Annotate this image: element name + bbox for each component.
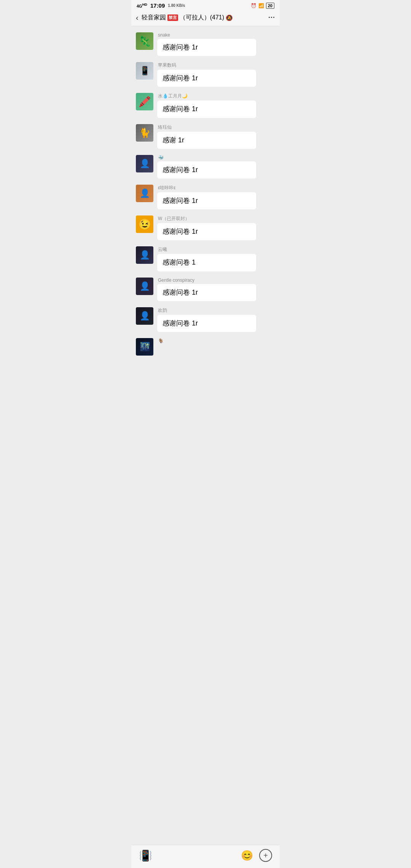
message-content: Gentle conspiracy感谢问卷 1r — [157, 278, 275, 301]
message-sender: 🐳 — [158, 155, 275, 160]
message-content: 络珏仙感谢 1r — [157, 124, 275, 149]
wifi-icon: 📶 — [258, 3, 264, 8]
message-content: snake感谢问卷 1r — [157, 32, 275, 56]
message-row: 👤Gentle conspiracy感谢问卷 1r — [131, 274, 280, 304]
avatar: 🐈 — [136, 124, 153, 142]
avatar: 👤 — [136, 278, 153, 295]
avatar: 😉 — [136, 215, 153, 233]
title-sub: （可拉人）(471) — [180, 14, 224, 22]
message-bubble[interactable]: 感谢问卷 1r — [157, 315, 256, 332]
avatar: 👤 — [136, 155, 153, 172]
message-row: 🐈络珏仙感谢 1r — [131, 121, 280, 152]
message-bubble[interactable]: 感谢问卷 1r — [157, 39, 256, 56]
status-right: ⏰ 📶 20 — [251, 3, 274, 9]
message-content: 苹果数码感谢问卷 1r — [157, 62, 275, 87]
mute-icon: 🔕 — [226, 14, 233, 21]
speed-text: 1.80 KB/s — [168, 3, 185, 8]
chat-area: 🦎snake感谢问卷 1r📱苹果数码感谢问卷 1r🖍️水💧工月月🌙感谢问卷 1r… — [131, 26, 280, 849]
message-content: 🐐 — [157, 338, 275, 343]
message-content: W（已开双封）感谢问卷 1r — [157, 215, 275, 240]
message-row: 👤🐳感谢问卷 1r — [131, 152, 280, 182]
bottom-toolbar: 📳 😊 + — [131, 845, 280, 868]
message-row: 🌃🐐 — [131, 335, 280, 359]
message-bubble[interactable]: 感谢问卷 1r — [157, 223, 256, 240]
message-sender: W（已开双封） — [158, 215, 275, 222]
message-bubble[interactable]: 感谢问卷 1r — [157, 192, 256, 209]
voice-button[interactable]: 📳 — [139, 849, 152, 862]
message-row: 🦎snake感谢问卷 1r — [131, 29, 280, 59]
message-sender: 欢韵 — [158, 307, 275, 314]
avatar: 🖍️ — [136, 93, 153, 110]
message-bubble[interactable]: 感谢问卷 1r — [157, 161, 256, 179]
message-sender: ε哇咔咔ε — [158, 185, 275, 191]
message-sender: snake — [158, 32, 275, 38]
message-sender: 络珏仙 — [158, 124, 275, 131]
message-content: ε哇咔咔ε感谢问卷 1r — [157, 185, 275, 209]
message-sender: 苹果数码 — [158, 62, 275, 69]
bottom-right-icons: 😊 + — [241, 849, 272, 862]
avatar: 🦎 — [136, 32, 153, 50]
message-sender: 云曦 — [158, 246, 275, 253]
add-button[interactable]: + — [259, 849, 272, 862]
signal-text: 4GHD — [137, 3, 147, 8]
message-sender: 水💧工月月🌙 — [158, 93, 275, 99]
message-content: 云曦感谢问卷 1 — [157, 246, 275, 271]
time-display: 17:09 — [150, 2, 165, 9]
message-bubble[interactable]: 感谢 1r — [157, 132, 256, 149]
message-content: 水💧工月月🌙感谢问卷 1r — [157, 93, 275, 118]
more-button[interactable]: ··· — [268, 14, 275, 22]
avatar: 🌃 — [136, 338, 153, 356]
avatar: 👤 — [136, 246, 153, 264]
alarm-icon: ⏰ — [251, 3, 256, 8]
chat-header: ‹ 轻音家园 禁言 （可拉人）(471) 🔕 ··· — [131, 10, 280, 26]
ban-badge: 禁言 — [167, 14, 178, 21]
message-row: 👤ε哇咔咔ε感谢问卷 1r — [131, 182, 280, 212]
emoji-button[interactable]: 😊 — [241, 850, 253, 862]
chat-title: 轻音家园 禁言 （可拉人）(471) 🔕 — [142, 14, 268, 22]
title-main: 轻音家园 — [142, 14, 166, 22]
battery-icon: 20 — [266, 3, 274, 9]
status-left: 4GHD 17:09 1.80 KB/s — [137, 2, 185, 9]
message-content: 🐳感谢问卷 1r — [157, 155, 275, 179]
avatar: 📱 — [136, 62, 153, 80]
message-row: 📱苹果数码感谢问卷 1r — [131, 59, 280, 90]
status-bar: 4GHD 17:09 1.80 KB/s ⏰ 📶 20 — [131, 0, 280, 10]
avatar: 👤 — [136, 185, 153, 202]
message-sender: Gentle conspiracy — [158, 278, 275, 283]
message-row: 🖍️水💧工月月🌙感谢问卷 1r — [131, 90, 280, 121]
back-button[interactable]: ‹ — [136, 13, 139, 22]
message-content: 欢韵感谢问卷 1r — [157, 307, 275, 332]
avatar: 👤 — [136, 307, 153, 325]
message-row: 👤欢韵感谢问卷 1r — [131, 304, 280, 335]
message-sender: 🐐 — [158, 338, 275, 343]
message-bubble[interactable]: 感谢问卷 1r — [157, 101, 256, 118]
message-bubble[interactable]: 感谢问卷 1 — [157, 254, 256, 271]
message-bubble[interactable]: 感谢问卷 1r — [157, 70, 256, 87]
message-row: 👤云曦感谢问卷 1 — [131, 243, 280, 274]
message-row: 😉W（已开双封）感谢问卷 1r — [131, 212, 280, 243]
message-bubble[interactable]: 感谢问卷 1r — [157, 284, 256, 301]
header-actions: ··· — [268, 14, 275, 22]
